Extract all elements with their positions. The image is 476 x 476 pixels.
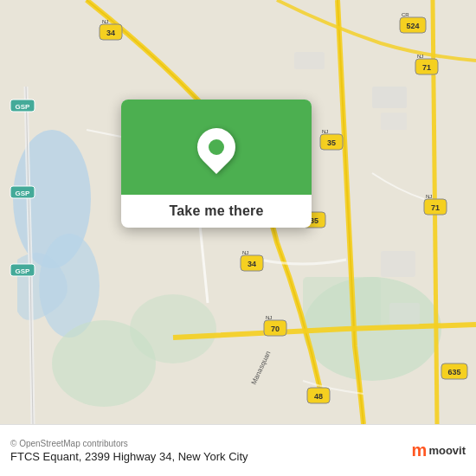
take-me-there-button[interactable]: Take me there — [169, 203, 263, 219]
svg-text:CR: CR — [402, 12, 409, 17]
svg-text:524: 524 — [406, 22, 419, 30]
moovit-label: moovit — [428, 444, 466, 457]
svg-text:35: 35 — [327, 138, 336, 147]
copyright-text: © OpenStreetMap contributors — [10, 439, 403, 448]
svg-text:NJ: NJ — [102, 19, 108, 24]
popup-card: Take me there — [121, 100, 312, 228]
svg-rect-46 — [389, 303, 420, 325]
moovit-logo: m moovit — [412, 441, 466, 460]
svg-text:NJ: NJ — [426, 194, 432, 199]
popup-map-preview — [121, 100, 312, 195]
svg-text:NJ: NJ — [242, 250, 248, 255]
svg-text:34: 34 — [106, 29, 115, 37]
svg-text:34: 34 — [248, 260, 256, 268]
svg-text:71: 71 — [422, 63, 431, 72]
svg-point-5 — [130, 294, 216, 363]
svg-rect-43 — [381, 113, 407, 130]
svg-rect-6 — [303, 277, 381, 329]
svg-text:70: 70 — [271, 325, 280, 333]
svg-text:NJ: NJ — [417, 54, 423, 59]
map-pin — [197, 124, 235, 171]
svg-rect-45 — [381, 251, 415, 277]
moovit-icon: m — [412, 441, 428, 460]
location-text: FTCS Equant, 2399 Highway 34, New York C… — [10, 450, 403, 463]
svg-rect-42 — [372, 87, 407, 108]
pin-body — [190, 120, 243, 174]
popup-button-area[interactable]: Take me there — [121, 195, 312, 228]
svg-text:GSP: GSP — [16, 190, 31, 197]
svg-rect-44 — [294, 52, 325, 69]
svg-text:635: 635 — [447, 368, 460, 376]
map-container: 34 NJ 35 NJ 35 NJ 71 NJ 71 NJ 70 NJ 34 N… — [0, 0, 476, 424]
pin-inner — [209, 139, 224, 155]
svg-text:48: 48 — [314, 392, 323, 401]
svg-text:71: 71 — [431, 203, 440, 212]
bottom-bar: © OpenStreetMap contributors FTCS Equant… — [0, 424, 476, 476]
svg-text:GSP: GSP — [16, 267, 31, 275]
svg-text:GSP: GSP — [16, 103, 31, 111]
svg-text:NJ: NJ — [266, 315, 272, 320]
svg-text:NJ: NJ — [322, 129, 328, 134]
